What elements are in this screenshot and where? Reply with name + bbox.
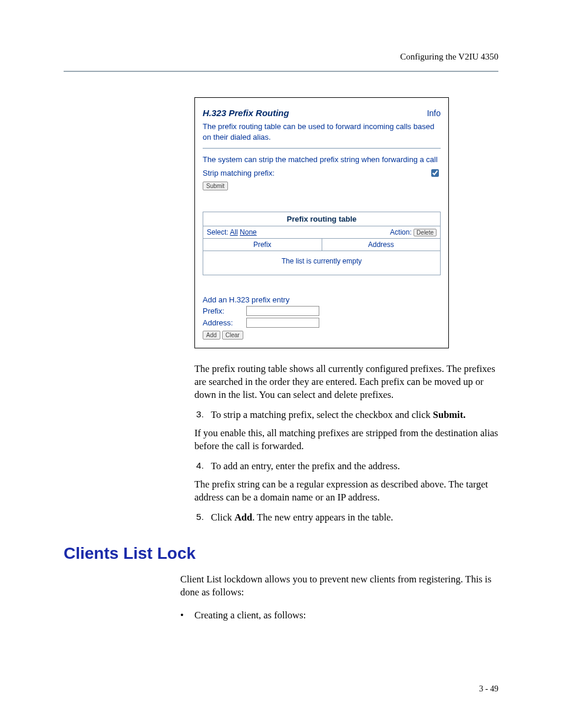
header-rule [64,71,498,72]
address-field-label: Address: [203,318,246,327]
info-link[interactable]: Info [427,108,441,118]
clear-button[interactable]: Clear [222,331,243,340]
delete-button[interactable]: Delete [414,229,437,236]
bullet-dot: • [180,609,186,622]
prefix-routing-panel: H.323 Prefix Routing Info The prefix rou… [194,97,449,348]
select-label: Select: [207,228,229,236]
intro-paragraph: The prefix routing table shows all curre… [194,363,501,402]
step3-text-b: Submit. [433,409,465,420]
table-header-row: Prefix Address [203,239,440,251]
prefix-field-label: Prefix: [203,307,246,315]
divider [203,148,441,149]
step5-text-b: Add [234,512,252,523]
strip-prefix-label: Strip matching prefix: [203,169,275,177]
step4-text: To add an entry, enter the prefix and th… [211,460,501,473]
step-4: 4. To add an entry, enter the prefix and… [194,460,501,473]
col-address-header: Address [322,239,441,251]
step3-sub: If you enable this, all matching prefixe… [194,427,501,453]
col-prefix-header: Prefix [203,239,322,251]
step5-text-c: . The new entry appears in the table. [252,512,393,523]
panel-title: H.323 Prefix Routing [203,108,289,118]
step-5: 5. Click Add. The new entry appears in t… [194,511,501,524]
select-none-link[interactable]: None [240,228,257,236]
step-3: 3. To strip a matching prefix, select th… [194,409,501,421]
running-header: Configuring the V2IU 4350 [400,52,498,62]
section-intro: Client List lockdown allows you to preve… [180,573,498,599]
prefix-routing-table: Prefix routing table Select: All None Ac… [203,212,441,275]
step5-text-a: Click [211,512,234,523]
strip-prefix-checkbox[interactable] [431,169,439,177]
select-all-link[interactable]: All [230,228,237,236]
panel-desc-2: The system can strip the matched prefix … [203,154,441,165]
prefix-input[interactable] [246,306,319,316]
page-number: 3 - 49 [479,684,498,694]
address-input[interactable] [246,318,319,328]
step-number: 4. [194,460,204,473]
action-label: Action: [390,228,412,236]
clients-list-lock-heading: Clients List Lock [64,544,498,563]
step-number: 5. [194,511,204,524]
bullet-text: Creating a client, as follows: [194,609,306,622]
table-empty-message: The list is currently empty [203,251,440,275]
step-number: 3. [194,409,204,421]
table-title: Prefix routing table [203,212,440,226]
panel-desc-1: The prefix routing table can be used to … [203,121,441,142]
add-button[interactable]: Add [203,331,220,340]
submit-button[interactable]: Submit [203,182,228,190]
add-entry-heading: Add an H.323 prefix entry [203,295,441,304]
step3-text-a: To strip a matching prefix, select the c… [211,409,433,420]
step4-sub: The prefix string can be a regular expre… [194,478,501,505]
bullet-item: • Creating a client, as follows: [180,609,498,622]
